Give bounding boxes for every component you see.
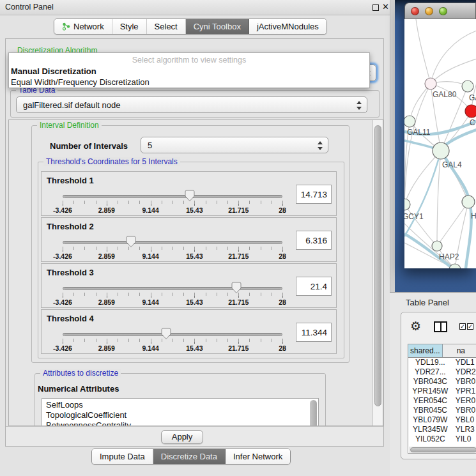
dropdown-option-equal-width-frequency[interactable]: Equal Width/Frequency Discretization <box>11 77 150 87</box>
table-cell[interactable]: YLR3 <box>452 425 476 434</box>
tab-discretize-data[interactable]: Discretize Data <box>153 449 226 464</box>
table-cell[interactable]: YPR1 <box>452 387 476 396</box>
table-horizontal-scrollbar[interactable] <box>409 447 476 453</box>
column-header-name[interactable]: na <box>443 344 476 357</box>
network-node-label: GAL11 <box>407 128 431 137</box>
settings-scroll-area: Interval Definition Number of Intervals … <box>8 119 383 426</box>
table-cell[interactable]: YIL052C <box>408 434 452 444</box>
threshold-value-input[interactable] <box>296 277 332 296</box>
table-row[interactable]: YLR345WYLR3 <box>408 425 476 434</box>
attribute-list-item[interactable]: SelfLoops <box>42 400 318 410</box>
table-cell[interactable]: YDL19... <box>408 358 452 367</box>
table-row[interactable]: YDR27...YDR2 <box>408 367 476 377</box>
network-node[interactable] <box>462 196 475 208</box>
table-cell[interactable]: YBR043C <box>408 377 452 387</box>
close-traffic-light-icon[interactable] <box>411 7 419 15</box>
threshold-label: Threshold 1 <box>47 176 94 185</box>
combo-arrows-icon <box>318 141 323 151</box>
table-cell[interactable]: YER0 <box>452 396 476 406</box>
slider-track[interactable] <box>63 241 282 244</box>
table-cell[interactable]: YDL1 <box>452 358 476 367</box>
float-window-icon[interactable] <box>372 4 379 11</box>
network-canvas[interactable]: GAL80GACGAL11GAL4GCY1HHAP2 <box>404 19 476 268</box>
threshold-value-input[interactable] <box>296 185 332 204</box>
tab-style-label: Style <box>120 22 139 31</box>
threshold-slider[interactable]: -3.426 2.859 9.144 15.43 21.715 28 <box>63 328 282 353</box>
network-node-label: C <box>470 118 475 127</box>
threshold-slider[interactable]: -3.426 2.859 9.144 15.43 21.715 28 <box>63 190 282 215</box>
gear-icon[interactable]: ⚙ <box>410 319 421 333</box>
panel-divider[interactable] <box>390 0 395 292</box>
table-row[interactable]: YBR043CYBR0 <box>408 377 476 387</box>
table-cell[interactable]: YBR0 <box>452 377 476 387</box>
dropdown-prompt: Select algorithm to view settings <box>9 56 369 65</box>
settings-footer: Apply <box>6 426 383 446</box>
minimize-traffic-light-icon[interactable] <box>425 7 433 15</box>
tab-network[interactable]: Network <box>54 19 112 34</box>
list-scrollbar[interactable] <box>310 400 317 426</box>
tab-select[interactable]: Select <box>147 19 186 34</box>
network-node[interactable] <box>432 241 442 251</box>
tab-impute-data-label: Impute Data <box>100 452 145 461</box>
attribute-list-item[interactable]: BetweennessCentrality <box>42 420 318 426</box>
threshold-value-input[interactable] <box>296 231 332 250</box>
split-columns-icon[interactable] <box>434 321 447 332</box>
network-node[interactable] <box>462 81 473 92</box>
table-cell[interactable]: YBL079W <box>408 415 452 425</box>
table-cell[interactable]: YBR0 <box>452 406 476 415</box>
checkbox-icon[interactable]: ✓ <box>459 323 466 330</box>
slider-track[interactable] <box>63 333 282 336</box>
slider-thumb[interactable] <box>126 236 136 248</box>
interval-definition-group-title: Interval Definition <box>37 121 102 130</box>
tab-infer-network[interactable]: Infer Network <box>226 449 290 464</box>
settings-vertical-scrollbar[interactable] <box>372 120 383 426</box>
network-node[interactable] <box>465 105 476 118</box>
tab-style[interactable]: Style <box>112 19 147 34</box>
table-data-combobox[interactable]: galFiltered.sif default node <box>16 96 367 113</box>
slider-track[interactable] <box>63 195 282 198</box>
tab-cyni-toolbox[interactable]: Cyni Toolbox <box>186 19 249 34</box>
column-header-shared-name[interactable]: shared... <box>408 344 443 357</box>
apply-button[interactable]: Apply <box>161 430 203 444</box>
table-row[interactable]: YPR145WYPR1 <box>408 387 476 396</box>
slider-thumb[interactable] <box>231 282 242 294</box>
slider-thumb[interactable] <box>161 328 171 340</box>
network-node[interactable] <box>404 116 415 127</box>
scrollbar-thumb[interactable] <box>410 447 476 452</box>
table-cell[interactable]: YPR145W <box>408 387 452 396</box>
table-body: YDL19...YDL1YDR27...YDR2YBR043CYBR0YPR14… <box>408 358 476 444</box>
table-cell[interactable]: YDR2 <box>452 367 476 377</box>
threshold-slider[interactable]: -3.426 2.859 9.144 15.43 21.715 28 <box>63 236 282 261</box>
table-cell[interactable]: YBL0 <box>452 415 476 425</box>
table-row[interactable]: YBR045CYBR0 <box>408 406 476 415</box>
numerical-attributes-list[interactable]: SelfLoopsTopologicalCoefficientBetweenne… <box>42 398 319 426</box>
bottom-tab-bar: Impute Data Discretize Data Infer Networ… <box>91 449 291 464</box>
threshold-value-input[interactable] <box>296 323 332 342</box>
number-of-intervals-combobox[interactable]: 5 <box>141 137 328 153</box>
dropdown-option-manual-discretization[interactable]: Manual Discretization <box>11 66 96 76</box>
checkbox-icon[interactable]: ✓ <box>467 323 473 330</box>
network-node[interactable] <box>425 78 436 89</box>
tab-select-label: Select <box>155 22 178 31</box>
table-row[interactable]: YBL079WYBL0 <box>408 415 476 425</box>
tab-impute-data[interactable]: Impute Data <box>92 449 153 464</box>
attribute-list-item[interactable]: TopologicalCoefficient <box>42 410 318 420</box>
close-icon[interactable]: ✕ <box>382 2 389 12</box>
slider-track[interactable] <box>63 287 282 290</box>
zoom-traffic-light-icon[interactable] <box>439 7 447 15</box>
table-row[interactable]: YER054CYER0 <box>408 396 476 406</box>
slider-thumb[interactable] <box>185 190 195 202</box>
network-window-titlebar[interactable] <box>404 3 476 19</box>
table-cell[interactable]: YDR27... <box>408 367 452 377</box>
table-cell[interactable]: YLR345W <box>408 425 452 434</box>
table-cell[interactable]: YBR045C <box>408 406 452 415</box>
threshold-slider[interactable]: -3.426 2.859 9.144 15.43 21.715 28 <box>63 282 282 307</box>
table-cell[interactable]: YER054C <box>408 396 452 406</box>
scrollbar-thumb[interactable] <box>374 125 381 406</box>
table-cell[interactable]: YIL0 <box>452 434 476 444</box>
network-node[interactable] <box>404 199 410 210</box>
tab-jactivemnodules[interactable]: jActiveMNodules <box>249 19 326 34</box>
table-row[interactable]: YDL19...YDL1 <box>408 358 476 367</box>
table-row[interactable]: YIL052CYIL0 <box>408 434 476 444</box>
network-node[interactable] <box>433 142 449 159</box>
